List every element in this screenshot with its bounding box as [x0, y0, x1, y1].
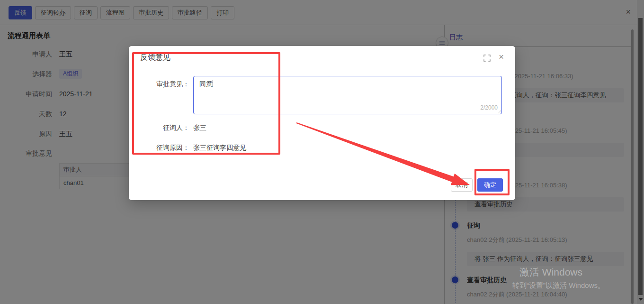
textarea-value: 同意 [199, 80, 213, 89]
approval-opinion-textarea[interactable]: 同意 2/2000 [193, 76, 502, 114]
confirm-button[interactable]: 确定 [477, 178, 503, 192]
consult-reason-value: 张三征询李四意见 [193, 144, 246, 152]
feedback-modal: 反馈意见 × 审批意见： 同意 2/2000 征询人： 张三 征询原因： 张三征… [129, 46, 515, 200]
text-cursor [213, 80, 213, 87]
modal-close-icon[interactable]: × [499, 52, 504, 61]
char-counter: 2/2000 [480, 104, 498, 111]
screen: 反馈征询转办征询流程图审批历史审批路径打印 × 流程通用表单 申请人 王五 选择… [0, 0, 644, 304]
consult-reason-label: 征询原因： [129, 144, 189, 152]
modal-title: 反馈意见 [140, 53, 170, 63]
consultant-label: 征询人： [129, 124, 189, 132]
cancel-button[interactable]: 取消 [451, 178, 473, 192]
approval-opinion-label: 审批意见： [129, 80, 189, 89]
fullscreen-icon[interactable] [483, 55, 491, 62]
consultant-value: 张三 [193, 124, 206, 132]
